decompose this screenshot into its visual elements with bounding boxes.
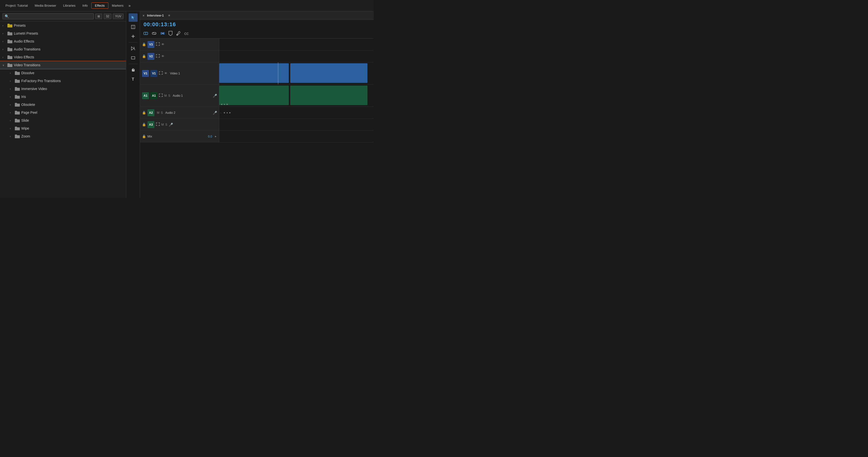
tool-divider-2 <box>129 64 137 64</box>
tree-item-immersive[interactable]: › Immersive Video <box>0 85 126 93</box>
search-bar: 🔍 ⊞ 32 YUV <box>0 11 126 22</box>
tool-hand[interactable] <box>129 66 137 74</box>
svg-rect-45 <box>156 125 157 126</box>
tl-tool-insert[interactable] <box>159 30 166 37</box>
tl-tool-snap[interactable] <box>143 30 149 37</box>
tool-track-select[interactable] <box>129 23 137 31</box>
tree-item-zoom[interactable]: › Zoom <box>0 132 126 140</box>
volume-row-a1: ◄ ● ► <box>219 103 374 106</box>
tree-item-presets[interactable]: › Presets <box>0 22 126 29</box>
arrow-zoom: › <box>10 135 13 138</box>
tree-item-page-peel[interactable]: › Page Peel <box>0 108 126 117</box>
vol-left-a2[interactable]: ◄ <box>223 111 225 114</box>
tree-item-audio-transitions[interactable]: › Audio Transitions <box>0 45 126 53</box>
tool-select[interactable] <box>129 13 137 22</box>
bit-depth-btn[interactable]: 32 <box>104 13 111 19</box>
film-icon-v3[interactable] <box>156 42 160 46</box>
track-row-v2: 🔒 V2 👁 <box>140 51 374 62</box>
svg-rect-31 <box>159 55 160 55</box>
mute-btn-a3[interactable]: M <box>161 123 164 126</box>
lock-icon-a2[interactable]: 🔒 <box>142 111 146 115</box>
tree-item-wipe[interactable]: › Wipe <box>0 124 126 132</box>
accelerate-btn[interactable]: ⊞ <box>95 13 102 19</box>
tree-item-lumetri[interactable]: › Lumetri Presets <box>0 29 126 37</box>
mute-btn-a1[interactable]: M <box>164 94 167 97</box>
svg-rect-24 <box>156 42 157 43</box>
eye-icon-v2[interactable]: 👁 <box>161 55 164 58</box>
track-content-v3 <box>219 39 374 50</box>
eye-icon-v3[interactable]: 👁 <box>161 42 164 46</box>
tree-item-video-transitions[interactable]: ∨ Video Transitions <box>0 61 126 69</box>
track-controls-v1: V1 V1 👁 Video 1 <box>140 62 219 84</box>
mix-value: 0.0 <box>208 135 212 138</box>
lock-icon-a3[interactable]: 🔒 <box>142 123 146 126</box>
mic-icon-a3[interactable]: 🎤 <box>169 123 173 127</box>
tree-item-obsolete[interactable]: › Obsolete <box>0 101 126 108</box>
solo-btn-a1[interactable]: S <box>168 94 170 97</box>
lock-icon-mix[interactable]: 🔒 <box>142 134 146 138</box>
tool-move[interactable] <box>129 32 137 40</box>
label-wipe: Wipe <box>21 126 29 130</box>
clip-a1-right[interactable] <box>290 86 367 105</box>
main-layout: 🔍 ⊞ 32 YUV › Presets › Lumetri Presets <box>0 11 374 198</box>
vol-knob-a1[interactable]: ● <box>224 103 225 106</box>
search-input[interactable] <box>10 14 92 18</box>
vol-right-a2[interactable]: ► <box>229 111 231 114</box>
film-icon-a1[interactable] <box>159 94 163 98</box>
tl-tool-cc[interactable]: CC <box>184 31 189 36</box>
tree-item-dissolve[interactable]: › Dissolve <box>0 69 126 77</box>
timeline-menu-icon[interactable]: ≡ <box>168 13 170 17</box>
tl-tool-mark[interactable] <box>168 30 173 37</box>
search-input-wrap[interactable]: 🔍 <box>2 13 94 19</box>
timeline-title: Interview-1 <box>147 13 164 17</box>
arrow-fxfactory: › <box>10 79 13 83</box>
timeline-toolbar: CC <box>140 29 374 39</box>
mic-icon-a2[interactable]: 🎤 <box>213 111 217 115</box>
lock-icon-v2[interactable]: 🔒 <box>142 55 146 58</box>
nav-effects[interactable]: Effects <box>91 2 108 9</box>
arrow-presets: › <box>2 24 6 27</box>
tree-item-video-effects[interactable]: › Video Effects <box>0 53 126 61</box>
nav-project[interactable]: Project: Tutorial <box>2 3 31 8</box>
svg-rect-29 <box>156 55 157 55</box>
tree-item-iris[interactable]: › Iris <box>0 93 126 101</box>
film-icon-v2[interactable] <box>156 54 160 58</box>
yuv-btn[interactable]: YUV <box>113 13 123 19</box>
playhead-v1 <box>278 62 278 84</box>
solo-btn-a3[interactable]: S <box>165 123 167 126</box>
nav-markers[interactable]: Markers <box>108 3 127 8</box>
film-icon-a3[interactable] <box>156 122 160 127</box>
svg-point-22 <box>177 34 178 35</box>
arrow-video-effects: › <box>2 56 6 59</box>
vol-row-a2: ◦. ◄ ● ► <box>219 111 374 114</box>
nav-libraries[interactable]: Libraries <box>60 3 79 8</box>
mix-right-arrow[interactable]: ► <box>215 135 217 138</box>
mute-btn-a2[interactable]: M <box>157 111 159 115</box>
vol-right-a1[interactable]: ► <box>226 103 229 106</box>
timeline-close-btn[interactable]: × <box>143 13 145 18</box>
tree-item-fxfactory[interactable]: › FxFactory Pro Transitions <box>0 77 126 85</box>
eye-icon-v1[interactable]: 👁 <box>164 71 167 75</box>
folder-icon-immersive <box>15 87 20 91</box>
svg-rect-44 <box>156 123 157 123</box>
vol-left-a1[interactable]: ◄ <box>220 103 223 106</box>
tree-item-audio-effects[interactable]: › Audio Effects <box>0 37 126 45</box>
nav-media-browser[interactable]: Media Browser <box>31 3 60 8</box>
nav-more[interactable]: » <box>127 3 132 8</box>
tool-razor[interactable] <box>129 44 137 53</box>
clip-a1-left[interactable] <box>219 86 289 105</box>
label-immersive: Immersive Video <box>21 87 47 91</box>
tool-rect[interactable] <box>129 54 137 62</box>
tl-tool-wrench[interactable] <box>175 30 182 37</box>
solo-btn-a2[interactable]: S <box>161 111 163 115</box>
vol-knob-a2[interactable]: ● <box>226 111 228 114</box>
tool-text[interactable]: T <box>129 75 137 84</box>
arrow-video-transitions: ∨ <box>2 64 6 67</box>
mic-icon-a1[interactable]: 🎤 <box>213 94 217 98</box>
film-icon-v1[interactable] <box>159 71 163 75</box>
nav-info[interactable]: Info <box>79 3 91 8</box>
tree-item-slide[interactable]: › Slide <box>0 117 126 124</box>
clip-v1-right[interactable] <box>290 63 367 83</box>
tl-tool-link[interactable] <box>151 30 157 37</box>
lock-icon-v3[interactable]: 🔒 <box>142 42 146 46</box>
